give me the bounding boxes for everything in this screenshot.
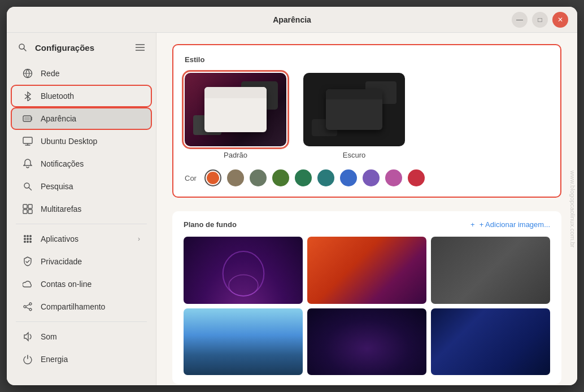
- theme-preview-padrao: [185, 73, 286, 146]
- svg-point-31: [24, 306, 26, 308]
- svg-point-25: [27, 238, 29, 240]
- sidebar-item-notificacoes[interactable]: Notificações: [11, 153, 151, 175]
- svg-point-28: [27, 241, 29, 243]
- window-controls: — □ ✕: [512, 12, 568, 28]
- color-swatch-blue[interactable]: [340, 169, 357, 186]
- theme-preview-escuro: [303, 73, 405, 146]
- sidebar-item-aparencia[interactable]: Aparência: [11, 108, 151, 129]
- svg-rect-18: [28, 204, 32, 208]
- sidebar-item-label: Rede: [41, 69, 59, 78]
- style-section: Estilo Padrão: [172, 44, 561, 198]
- main-window: Aparência — □ ✕ Configurações: [7, 7, 577, 385]
- window-title: Aparência: [273, 15, 311, 24]
- wallpaper-thumb-5[interactable]: [307, 308, 426, 376]
- svg-rect-19: [23, 210, 27, 214]
- color-swatch-olive[interactable]: [272, 169, 289, 186]
- sidebar-item-bluetooth[interactable]: Bluetooth: [11, 85, 151, 107]
- sidebar-item-compartilhamento[interactable]: Compartilhamento: [11, 296, 151, 317]
- main-content: www.blogopcaolinux.com.br Estilo Padrão: [156, 33, 577, 385]
- sidebar-item-label: Aplicativos: [41, 234, 79, 243]
- sidebar-divider-2: [16, 321, 147, 322]
- sidebar-item-contas-online[interactable]: Contas on-line: [11, 273, 151, 295]
- color-swatch-sage[interactable]: [250, 169, 267, 186]
- sidebar-item-aplicativos[interactable]: Aplicativos ›: [11, 228, 151, 250]
- sidebar-item-label: Privacidade: [41, 257, 82, 266]
- svg-point-27: [24, 241, 26, 243]
- sidebar-title: Configurações: [35, 43, 128, 53]
- svg-point-21: [24, 235, 26, 237]
- color-swatch-purple[interactable]: [363, 169, 380, 186]
- sidebar-item-som[interactable]: Som: [11, 326, 151, 347]
- add-image-label: + Adicionar imagem...: [480, 220, 550, 229]
- multitask-icon: [23, 204, 33, 214]
- sidebar-menu-button[interactable]: [133, 42, 147, 53]
- power-icon: [23, 354, 33, 364]
- sidebar-item-rede[interactable]: Rede: [11, 63, 151, 84]
- color-swatch-viridian[interactable]: [295, 169, 312, 186]
- bluetooth-icon: [23, 91, 33, 101]
- wallpaper-thumb-6[interactable]: [431, 308, 550, 376]
- hamburger-icon: [136, 44, 145, 51]
- svg-point-23: [29, 235, 32, 237]
- sidebar-item-pesquisa[interactable]: Pesquisa: [11, 176, 151, 197]
- sidebar-divider: [16, 224, 147, 224]
- svg-point-29: [29, 241, 32, 243]
- wallpaper-thumb-3[interactable]: [431, 237, 550, 304]
- sidebar-item-label: Energia: [41, 355, 68, 364]
- network-icon: [23, 68, 33, 79]
- arrow-icon: ›: [138, 235, 140, 243]
- sidebar-item-multitarefas[interactable]: Multitarefas: [11, 198, 151, 220]
- titlebar: Aparência — □ ✕: [7, 7, 577, 33]
- share-icon: [23, 302, 33, 312]
- theme-default-bg: [185, 73, 286, 146]
- wallpaper-thumb-4[interactable]: [184, 308, 303, 376]
- color-label: Cor: [185, 174, 197, 182]
- svg-line-34: [26, 307, 29, 309]
- sound-icon: [23, 332, 33, 342]
- plus-icon: +: [470, 220, 475, 229]
- sidebar-header: Configurações: [7, 33, 156, 62]
- color-swatch-prussian[interactable]: [317, 169, 334, 186]
- close-button[interactable]: ✕: [552, 12, 568, 28]
- sidebar: Configurações: [7, 33, 156, 385]
- search-sidebar-icon: [23, 181, 33, 191]
- maximize-button[interactable]: □: [532, 12, 548, 28]
- minimize-button[interactable]: —: [512, 12, 528, 28]
- privacy-icon: [23, 256, 33, 267]
- theme-label-padrao: Padrão: [224, 151, 247, 159]
- sidebar-item-label: Som: [41, 332, 57, 341]
- wallpaper-thumb-2[interactable]: [307, 237, 426, 304]
- theme-option-escuro[interactable]: Escuro: [303, 73, 405, 159]
- sidebar-item-ubuntu-desktop[interactable]: Ubuntu Desktop: [11, 130, 151, 152]
- sidebar-item-energia[interactable]: Energia: [11, 349, 151, 370]
- wallpaper-thumb-1[interactable]: [184, 237, 303, 304]
- color-row: Cor: [185, 169, 549, 186]
- content-area: Configurações: [7, 33, 577, 385]
- watermark: www.blogopcaolinux.com.br: [569, 171, 576, 247]
- svg-line-1: [24, 49, 26, 51]
- add-image-button[interactable]: + + Adicionar imagem...: [470, 220, 550, 229]
- apps-icon: [23, 234, 33, 244]
- svg-rect-20: [28, 210, 32, 214]
- theme-options: Padrão Escuro: [185, 73, 549, 159]
- appearance-icon: [23, 114, 33, 124]
- theme-dark-window: [326, 89, 382, 130]
- theme-option-padrao[interactable]: Padrão: [185, 73, 286, 159]
- color-swatch-orange[interactable]: [204, 169, 221, 186]
- color-swatch-bark[interactable]: [227, 169, 244, 186]
- theme-dark-bg: [303, 73, 405, 146]
- style-section-title: Estilo: [185, 55, 549, 64]
- sidebar-item-label: Notificações: [41, 159, 84, 168]
- svg-point-24: [24, 238, 26, 240]
- sidebar-item-label: Contas on-line: [41, 280, 91, 289]
- sidebar-item-label: Bluetooth: [41, 92, 74, 101]
- svg-point-32: [29, 308, 32, 311]
- sidebar-item-privacidade[interactable]: Privacidade: [11, 251, 151, 272]
- sidebar-item-label: Aparência: [41, 114, 76, 123]
- sidebar-search-button[interactable]: [16, 41, 29, 54]
- wallpaper-grid: [184, 237, 550, 375]
- svg-point-22: [27, 235, 29, 237]
- color-swatch-red[interactable]: [408, 169, 425, 186]
- color-swatch-magenta[interactable]: [385, 169, 402, 186]
- svg-line-16: [29, 188, 32, 190]
